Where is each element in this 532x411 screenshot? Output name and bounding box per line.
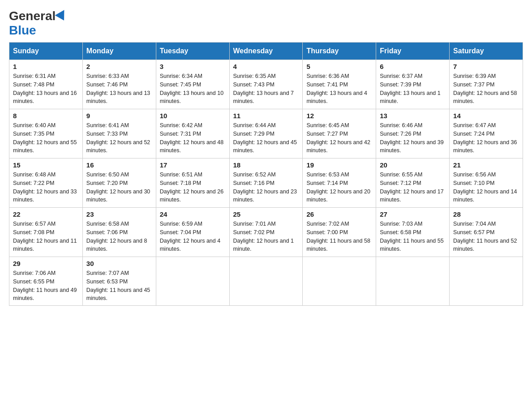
calendar-table: SundayMondayTuesdayWednesdayThursdayFrid… [9,42,523,306]
calendar-cell [229,257,303,306]
day-number: 15 [13,161,79,169]
calendar-cell: 23Sunrise: 6:58 AMSunset: 7:06 PMDayligh… [82,208,156,257]
calendar-cell: 21Sunrise: 6:56 AMSunset: 7:10 PMDayligh… [450,158,523,208]
weekday-header-sunday: Sunday [9,43,83,60]
calendar-cell: 27Sunrise: 7:03 AMSunset: 6:58 PMDayligh… [376,208,450,257]
calendar-cell: 28Sunrise: 7:04 AMSunset: 6:57 PMDayligh… [450,208,523,257]
day-info: Sunrise: 6:33 AMSunset: 7:46 PMDaylight:… [86,72,152,106]
day-number: 17 [160,161,226,169]
calendar-cell: 2Sunrise: 6:33 AMSunset: 7:46 PMDaylight… [82,60,156,109]
day-info: Sunrise: 6:39 AMSunset: 7:37 PMDaylight:… [453,72,519,106]
day-info: Sunrise: 6:34 AMSunset: 7:45 PMDaylight:… [160,72,226,106]
day-info: Sunrise: 6:58 AMSunset: 7:06 PMDaylight:… [86,220,152,253]
calendar-cell: 18Sunrise: 6:52 AMSunset: 7:16 PMDayligh… [229,158,303,208]
calendar-cell: 17Sunrise: 6:51 AMSunset: 7:18 PMDayligh… [156,158,229,208]
calendar-cell: 20Sunrise: 6:55 AMSunset: 7:12 PMDayligh… [376,158,450,208]
weekday-header-monday: Monday [82,43,156,60]
weekday-header-saturday: Saturday [450,43,523,60]
day-number: 24 [160,210,226,218]
week-row-2: 8Sunrise: 6:40 AMSunset: 7:35 PMDaylight… [9,109,523,158]
day-number: 6 [380,63,446,70]
day-number: 11 [233,112,299,120]
day-info: Sunrise: 7:07 AMSunset: 6:53 PMDaylight:… [86,269,152,303]
weekday-header-thursday: Thursday [303,43,376,60]
day-info: Sunrise: 6:44 AMSunset: 7:29 PMDaylight:… [233,121,299,155]
weekday-header-tuesday: Tuesday [156,43,229,60]
logo-general-text: General [9,9,56,23]
calendar-cell: 7Sunrise: 6:39 AMSunset: 7:37 PMDaylight… [450,60,523,109]
day-info: Sunrise: 6:48 AMSunset: 7:22 PMDaylight:… [13,171,79,204]
day-number: 16 [86,161,152,169]
day-info: Sunrise: 7:04 AMSunset: 6:57 PMDaylight:… [453,220,519,253]
calendar-cell: 16Sunrise: 6:50 AMSunset: 7:20 PMDayligh… [82,158,156,208]
weekday-header-friday: Friday [376,43,450,60]
day-number: 13 [380,112,446,120]
week-row-3: 15Sunrise: 6:48 AMSunset: 7:22 PMDayligh… [9,158,523,208]
calendar-cell: 22Sunrise: 6:57 AMSunset: 7:08 PMDayligh… [9,208,83,257]
day-info: Sunrise: 6:56 AMSunset: 7:10 PMDaylight:… [453,171,519,204]
day-number: 10 [160,112,226,120]
day-info: Sunrise: 6:40 AMSunset: 7:35 PMDaylight:… [13,121,79,155]
day-info: Sunrise: 7:02 AMSunset: 7:00 PMDaylight:… [306,220,372,253]
day-info: Sunrise: 7:01 AMSunset: 7:02 PMDaylight:… [233,220,299,253]
calendar-cell: 14Sunrise: 6:47 AMSunset: 7:24 PMDayligh… [450,109,523,158]
day-number: 26 [306,210,372,218]
calendar-cell: 8Sunrise: 6:40 AMSunset: 7:35 PMDaylight… [9,109,83,158]
calendar-cell: 3Sunrise: 6:34 AMSunset: 7:45 PMDaylight… [156,60,229,109]
day-info: Sunrise: 6:45 AMSunset: 7:27 PMDaylight:… [306,121,372,155]
calendar-cell [156,257,229,306]
day-number: 27 [380,210,446,218]
day-info: Sunrise: 7:06 AMSunset: 6:55 PMDaylight:… [13,269,79,303]
week-row-1: 1Sunrise: 6:31 AMSunset: 7:48 PMDaylight… [9,60,523,109]
day-number: 18 [233,161,299,169]
day-number: 8 [13,112,79,120]
day-number: 30 [86,260,152,267]
day-number: 5 [306,63,372,70]
calendar-cell: 30Sunrise: 7:07 AMSunset: 6:53 PMDayligh… [82,257,156,306]
calendar-cell: 12Sunrise: 6:45 AMSunset: 7:27 PMDayligh… [303,109,376,158]
page-header: General Blue [9,9,523,38]
day-number: 3 [160,63,226,70]
calendar-cell: 4Sunrise: 6:35 AMSunset: 7:43 PMDaylight… [229,60,303,109]
calendar-cell: 25Sunrise: 7:01 AMSunset: 7:02 PMDayligh… [229,208,303,257]
day-number: 22 [13,210,79,218]
day-info: Sunrise: 6:50 AMSunset: 7:20 PMDaylight:… [86,171,152,204]
logo-blue-text: Blue [9,23,36,38]
day-number: 20 [380,161,446,169]
calendar-cell: 24Sunrise: 6:59 AMSunset: 7:04 PMDayligh… [156,208,229,257]
day-number: 9 [86,112,152,120]
day-info: Sunrise: 6:53 AMSunset: 7:14 PMDaylight:… [306,171,372,204]
calendar-cell: 19Sunrise: 6:53 AMSunset: 7:14 PMDayligh… [303,158,376,208]
day-number: 21 [453,161,519,169]
calendar-cell: 29Sunrise: 7:06 AMSunset: 6:55 PMDayligh… [9,257,83,306]
day-number: 12 [306,112,372,120]
day-number: 1 [13,63,79,70]
calendar-cell: 13Sunrise: 6:46 AMSunset: 7:26 PMDayligh… [376,109,450,158]
day-number: 29 [13,260,79,267]
calendar-cell: 9Sunrise: 6:41 AMSunset: 7:33 PMDaylight… [82,109,156,158]
weekday-header-row: SundayMondayTuesdayWednesdayThursdayFrid… [9,43,523,60]
calendar-cell: 6Sunrise: 6:37 AMSunset: 7:39 PMDaylight… [376,60,450,109]
day-number: 23 [86,210,152,218]
day-number: 25 [233,210,299,218]
day-info: Sunrise: 6:42 AMSunset: 7:31 PMDaylight:… [160,121,226,155]
week-row-4: 22Sunrise: 6:57 AMSunset: 7:08 PMDayligh… [9,208,523,257]
calendar-cell [376,257,450,306]
day-info: Sunrise: 6:46 AMSunset: 7:26 PMDaylight:… [380,121,446,155]
day-info: Sunrise: 6:55 AMSunset: 7:12 PMDaylight:… [380,171,446,204]
day-info: Sunrise: 6:41 AMSunset: 7:33 PMDaylight:… [86,121,152,155]
calendar-cell: 26Sunrise: 7:02 AMSunset: 7:00 PMDayligh… [303,208,376,257]
calendar-cell: 5Sunrise: 6:36 AMSunset: 7:41 PMDaylight… [303,60,376,109]
day-info: Sunrise: 6:47 AMSunset: 7:24 PMDaylight:… [453,121,519,155]
day-number: 7 [453,63,519,70]
calendar-cell [303,257,376,306]
day-info: Sunrise: 7:03 AMSunset: 6:58 PMDaylight:… [380,220,446,253]
logo: General Blue [9,9,67,38]
calendar-cell [450,257,523,306]
day-number: 14 [453,112,519,120]
calendar-cell: 10Sunrise: 6:42 AMSunset: 7:31 PMDayligh… [156,109,229,158]
calendar-cell: 15Sunrise: 6:48 AMSunset: 7:22 PMDayligh… [9,158,83,208]
weekday-header-wednesday: Wednesday [229,43,303,60]
day-info: Sunrise: 6:57 AMSunset: 7:08 PMDaylight:… [13,220,79,253]
day-number: 2 [86,63,152,70]
